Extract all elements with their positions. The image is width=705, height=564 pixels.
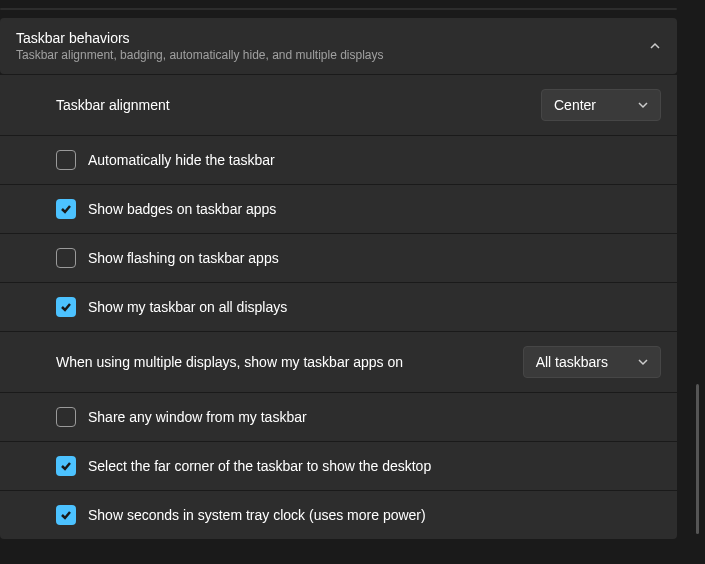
section-subtitle: Taskbar alignment, badging, automaticall…	[16, 48, 384, 62]
taskbar-behaviors-header[interactable]: Taskbar behaviors Taskbar alignment, bad…	[0, 18, 677, 74]
setting-label: Share any window from my taskbar	[88, 409, 307, 425]
chevron-up-icon	[649, 40, 661, 52]
setting-label: When using multiple displays, show my ta…	[56, 354, 403, 370]
chevron-down-icon	[638, 357, 648, 367]
share-window-checkbox[interactable]	[56, 407, 76, 427]
setting-label: Show my taskbar on all displays	[88, 299, 287, 315]
show-seconds-checkbox[interactable]	[56, 505, 76, 525]
far-corner-checkbox[interactable]	[56, 456, 76, 476]
divider	[0, 8, 677, 10]
multi-display-row: When using multiple displays, show my ta…	[0, 332, 677, 393]
show-badges-checkbox[interactable]	[56, 199, 76, 219]
share-window-row: Share any window from my taskbar	[0, 393, 677, 442]
setting-label: Automatically hide the taskbar	[88, 152, 275, 168]
multi-display-dropdown[interactable]: All taskbars	[523, 346, 661, 378]
taskbar-alignment-row: Taskbar alignment Center	[0, 75, 677, 136]
setting-label: Taskbar alignment	[56, 97, 170, 113]
section-title: Taskbar behaviors	[16, 30, 384, 46]
chevron-down-icon	[638, 100, 648, 110]
section-header-text: Taskbar behaviors Taskbar alignment, bad…	[16, 30, 384, 62]
dropdown-value: All taskbars	[536, 354, 608, 370]
taskbar-alignment-dropdown[interactable]: Center	[541, 89, 661, 121]
show-badges-row: Show badges on taskbar apps	[0, 185, 677, 234]
setting-label: Show seconds in system tray clock (uses …	[88, 507, 426, 523]
show-seconds-row: Show seconds in system tray clock (uses …	[0, 491, 677, 539]
setting-label: Show badges on taskbar apps	[88, 201, 276, 217]
all-displays-row: Show my taskbar on all displays	[0, 283, 677, 332]
setting-label: Show flashing on taskbar apps	[88, 250, 279, 266]
show-flashing-checkbox[interactable]	[56, 248, 76, 268]
scrollbar-thumb[interactable]	[696, 384, 699, 534]
settings-list: Taskbar alignment Center Automatically h…	[0, 75, 677, 539]
show-flashing-row: Show flashing on taskbar apps	[0, 234, 677, 283]
far-corner-row: Select the far corner of the taskbar to …	[0, 442, 677, 491]
scrollbar[interactable]	[693, 4, 701, 560]
all-displays-checkbox[interactable]	[56, 297, 76, 317]
dropdown-value: Center	[554, 97, 596, 113]
auto-hide-checkbox[interactable]	[56, 150, 76, 170]
setting-label: Select the far corner of the taskbar to …	[88, 458, 431, 474]
auto-hide-row: Automatically hide the taskbar	[0, 136, 677, 185]
